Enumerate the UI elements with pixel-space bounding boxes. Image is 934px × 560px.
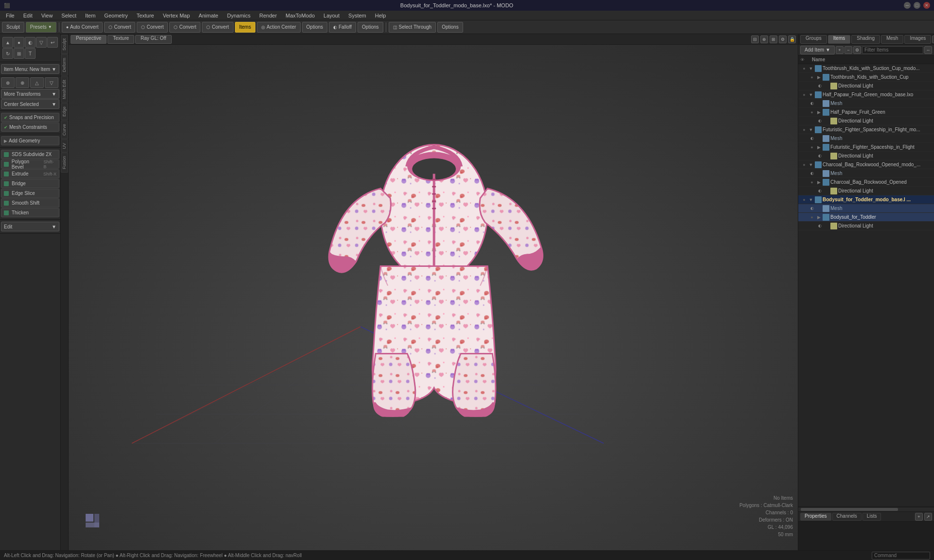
tree-item-toothbrush-group[interactable]: ● ▶ Toothbrush_Kids_with_Suction_Cup: [798, 73, 934, 82]
side-tab-mesh-edit[interactable]: Mesh Edit: [61, 76, 68, 103]
snaps-precision-btn[interactable]: ✔ Snaps and Precision: [1, 113, 59, 122]
tree-item-dir-light-1[interactable]: ◐ Directional Light: [798, 82, 934, 90]
tree-item-bodysuit-mesh[interactable]: ◐ Mesh: [798, 204, 934, 213]
scrollbar-thumb[interactable]: [801, 508, 898, 511]
options-button-2[interactable]: Options: [358, 22, 383, 33]
eye-icon-13[interactable]: ◐: [808, 171, 816, 175]
bp-tab-lists[interactable]: Lists: [862, 513, 881, 521]
convert-button-4[interactable]: ⬡ Convert: [202, 22, 233, 33]
convert-button-2[interactable]: ⬡ Convert: [137, 22, 168, 33]
eye-icon-4[interactable]: ●: [800, 92, 808, 97]
viewport-lock-icon[interactable]: 🔒: [788, 35, 796, 43]
viewport-layout-icon[interactable]: ⊟: [751, 35, 759, 43]
tree-remove-icon[interactable]: −: [844, 46, 852, 54]
window-controls[interactable]: ─ □ ✕: [904, 2, 930, 9]
expand-arrow-16[interactable]: ▼: [808, 197, 814, 202]
eye-icon-8[interactable]: ●: [800, 127, 808, 132]
right-panel-left-btn[interactable]: ◀: [932, 35, 934, 43]
menu-vertex-map[interactable]: Vertex Map: [159, 11, 194, 20]
add-geometry-btn[interactable]: ▶ Add Geometry: [1, 136, 59, 145]
menu-layout[interactable]: Layout: [320, 11, 343, 20]
items-button[interactable]: Items: [235, 22, 255, 33]
options-button-1[interactable]: Options: [302, 22, 327, 33]
bp-expand-icon[interactable]: ↗: [924, 513, 932, 521]
menu-maxtomodo[interactable]: MaxToModo: [282, 11, 319, 20]
minimize-button[interactable]: ─: [904, 2, 911, 9]
tree-item-dir-light-4[interactable]: ◐ Directional Light: [798, 187, 934, 195]
tree-item-bodysuit-group[interactable]: ● ▶ Bodysuit_for_Toddler: [798, 213, 934, 222]
polygon-bevel-btn[interactable]: Polygon Bevel Shift-B: [1, 159, 59, 169]
tree-settings-icon[interactable]: ⚙: [853, 46, 861, 54]
expand-arrow-10[interactable]: ▶: [816, 145, 822, 150]
tree-item-papaw-scene[interactable]: ● ▼ Half_Papaw_Fruit_Green_modo_base.lxo: [798, 90, 934, 99]
menu-texture[interactable]: Texture: [133, 11, 158, 20]
eye-icon-17[interactable]: ◐: [808, 206, 816, 210]
expand-arrow-8[interactable]: ▼: [808, 127, 814, 132]
tree-item-dir-light-3[interactable]: ◐ Directional Light: [798, 152, 934, 160]
tool-rotate-right[interactable]: ↻: [2, 48, 13, 59]
transform-icon-4[interactable]: ▽: [45, 77, 58, 88]
side-tab-curve[interactable]: Curve: [61, 121, 68, 139]
tool-grid[interactable]: ⊞: [14, 48, 24, 59]
filter-items-input[interactable]: [862, 46, 923, 54]
menu-geometry[interactable]: Geometry: [100, 11, 131, 20]
side-tab-uv[interactable]: UV: [61, 140, 68, 153]
tree-expand-icon[interactable]: ↔: [924, 46, 932, 54]
menu-help[interactable]: Help: [371, 11, 390, 20]
tree-item-charcoal-group[interactable]: ● ▶ Charcoal_Bag_Rockwood_Opened: [798, 178, 934, 187]
presets-button[interactable]: Presets ▼: [26, 22, 56, 33]
extrude-btn[interactable]: Extrude Shift-X: [1, 169, 59, 178]
more-transforms-dropdown[interactable]: More Transforms ▼: [1, 89, 59, 99]
bridge-btn[interactable]: Bridge: [1, 179, 59, 188]
viewport-zoom-icon[interactable]: ⊕: [760, 35, 768, 43]
menu-select[interactable]: Select: [57, 11, 80, 20]
center-selected-dropdown[interactable]: Center Selected ▼: [1, 99, 59, 109]
bp-add-icon[interactable]: +: [915, 513, 923, 521]
side-tab-fusion[interactable]: Fusion: [61, 153, 68, 173]
tool-rotate-left[interactable]: ↩: [47, 37, 58, 48]
action-center-button[interactable]: ◎ Action Center: [257, 22, 301, 33]
right-tab-items[interactable]: Items: [828, 35, 850, 44]
right-tab-shading[interactable]: Shading: [851, 35, 880, 44]
expand-arrow-14[interactable]: ▶: [816, 180, 822, 185]
tree-item-charcoal-scene[interactable]: ● ▼ Charcoal_Bag_Rockwood_Opened_modo_..…: [798, 160, 934, 169]
expand-arrow-18[interactable]: ▶: [816, 215, 822, 220]
select-through-button[interactable]: ◫ Select Through: [389, 22, 436, 33]
eye-icon-19[interactable]: ◐: [816, 224, 824, 228]
convert-button-1[interactable]: ⬡ Convert: [104, 22, 135, 33]
eye-icon-3[interactable]: ◐: [816, 84, 824, 88]
eye-icon-7[interactable]: ◐: [816, 119, 824, 123]
tree-item-dir-light-5[interactable]: ◐ Directional Light: [798, 222, 934, 230]
viewport[interactable]: Perspective Texture Ray GL: Off ⊟ ⊕ ⊞ ⚙ …: [69, 34, 798, 550]
tree-scrollbar[interactable]: [798, 507, 934, 511]
expand-arrow-4[interactable]: ▼: [808, 92, 814, 97]
viewport-tab-raygl[interactable]: Ray GL: Off: [135, 35, 172, 44]
eye-icon-2[interactable]: ●: [808, 75, 816, 80]
mesh-constraints-btn[interactable]: ✔ Mesh Constraints: [1, 122, 59, 132]
expand-arrow-2[interactable]: ▶: [816, 75, 822, 80]
sculpt-button[interactable]: Sculpt: [2, 22, 24, 33]
expand-arrow[interactable]: ▼: [808, 66, 814, 71]
maximize-button[interactable]: □: [914, 2, 920, 9]
bp-tab-properties[interactable]: Properties: [800, 513, 831, 521]
command-input[interactable]: [872, 552, 930, 560]
close-button[interactable]: ✕: [923, 2, 930, 9]
eye-icon-15[interactable]: ◐: [816, 189, 824, 193]
tool-select[interactable]: ▲: [2, 37, 13, 48]
side-tab-edge[interactable]: Edge: [61, 103, 68, 120]
eye-icon-16[interactable]: ●: [800, 197, 808, 202]
viewport-fit-icon[interactable]: ⊞: [770, 35, 777, 43]
menu-render[interactable]: Render: [255, 11, 281, 20]
expand-arrow-12[interactable]: ▼: [808, 162, 814, 167]
tool-text[interactable]: T: [25, 48, 36, 59]
falloff-button[interactable]: ◐ Falloff: [329, 22, 356, 33]
tree-item-toothbrush-scene[interactable]: ● ▼ Toothbrush_Kids_with_Suction_Cup_mod…: [798, 64, 934, 73]
right-tab-images[interactable]: Images: [904, 35, 931, 44]
select-through-options-button[interactable]: Options: [437, 22, 463, 33]
convert-button-3[interactable]: ⬡ Convert: [169, 22, 200, 33]
eye-icon-9[interactable]: ◐: [808, 136, 816, 140]
tool-clone[interactable]: ◐: [25, 37, 36, 48]
tree-item-bodysuit-scene[interactable]: ● ▼ Bodysuit_for_Toddler_modo_base.l ...: [798, 195, 934, 204]
side-tab-sculpt[interactable]: Sculpt: [61, 35, 68, 54]
eye-icon-12[interactable]: ●: [800, 162, 808, 167]
